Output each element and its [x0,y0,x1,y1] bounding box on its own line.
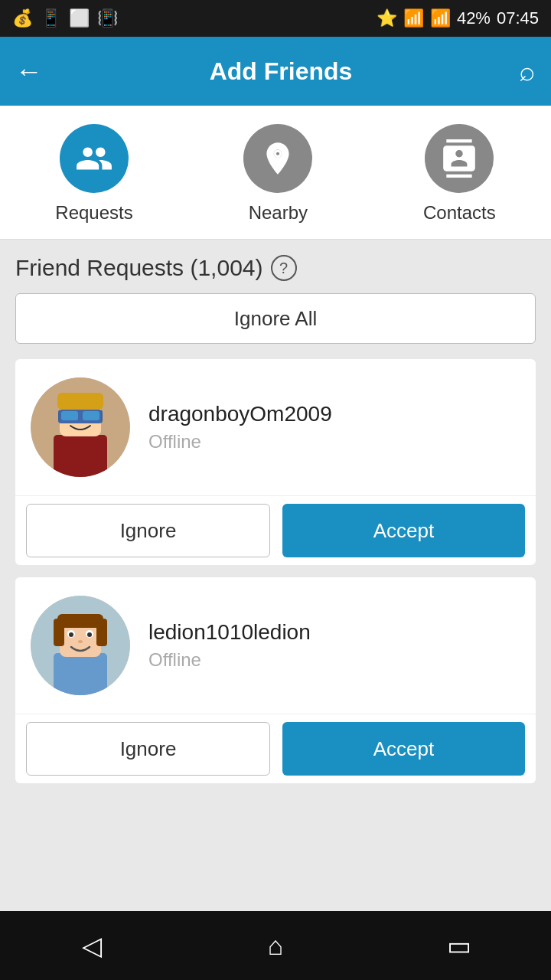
ignore-all-button[interactable]: Ignore All [15,293,536,344]
status-left-icons: 💰 📱 ⬜ 📳 [12,8,118,28]
phone-icon: 📱 [41,8,61,28]
avatar [31,377,130,477]
bottom-nav: ◁ ⌂ ▭ [0,911,551,980]
svg-rect-11 [54,653,107,695]
help-icon[interactable]: ? [271,255,297,281]
sidebar-item-requests[interactable]: Requests [55,124,132,224]
friend-info: ledion1010ledion Offline [148,620,520,671]
app-bar: ← Add Friends ⌕ [0,37,551,106]
svg-rect-6 [57,393,103,410]
accept-button[interactable]: Accept [282,504,525,557]
friend-requests-title: Friend Requests (1,004) [15,255,263,281]
svg-point-18 [69,632,73,637]
svg-rect-9 [83,411,99,420]
people-icon [75,139,113,178]
sidebar-item-contacts[interactable]: Contacts [423,124,496,224]
bag-icon: 💰 [12,8,33,28]
friend-card-top: dragonboyOm2009 Offline [15,359,536,495]
status-bar: 💰 📱 ⬜ 📳 ⭐ 📶 📶 42% 07:45 [0,0,551,37]
back-nav-button[interactable]: ◁ [69,923,115,969]
nearby-icon [259,139,297,178]
bluetooth-icon: ⭐ [377,8,397,28]
contacts-label: Contacts [423,202,496,224]
home-nav-button[interactable]: ⌂ [253,923,298,969]
category-row: Requests Nearby Contacts [0,106,551,240]
accept-button[interactable]: Accept [282,722,525,776]
friend-username: dragonboyOm2009 [148,402,520,426]
friend-card-actions: Ignore Accept [15,714,536,783]
friend-status: Offline [148,431,520,452]
ignore-button[interactable]: Ignore [26,504,270,557]
recent-nav-button[interactable]: ▭ [436,923,482,969]
main-content: Friend Requests (1,004) ? Ignore All [0,240,551,911]
friend-status: Offline [148,649,520,671]
voicemail-icon: 📳 [97,8,118,28]
page-title: Add Friends [210,57,353,86]
requests-icon-circle [60,124,129,193]
contacts-icon-circle [425,124,494,193]
nearby-label: Nearby [249,202,308,224]
wifi-icon: 📶 [403,8,424,28]
svg-rect-14 [54,619,64,646]
battery-text: 42% [457,8,491,28]
friend-card-top: ledion1010ledion Offline [15,577,536,714]
signal-icon: 📶 [430,8,451,28]
sidebar-item-nearby[interactable]: Nearby [243,124,312,224]
svg-point-20 [78,640,83,643]
requests-label: Requests [55,202,132,224]
friend-username: ledion1010ledion [148,620,520,645]
friend-card-actions: Ignore Accept [15,495,536,565]
avatar-image [31,377,130,477]
square-icon: ⬜ [69,8,90,28]
svg-point-19 [87,632,92,637]
avatar-image [31,596,130,695]
nearby-icon-circle [243,124,312,193]
time-text: 07:45 [497,8,539,28]
svg-point-2 [276,152,279,155]
friend-card: dragonboyOm2009 Offline Ignore Accept [15,359,536,565]
status-right-icons: ⭐ 📶 📶 42% 07:45 [377,8,539,28]
section-title: Friend Requests (1,004) ? [15,255,536,281]
avatar [31,596,130,695]
search-button[interactable]: ⌕ [519,55,536,87]
ignore-button[interactable]: Ignore [26,722,270,776]
svg-rect-4 [54,435,107,477]
back-button[interactable]: ← [15,55,43,87]
svg-rect-8 [61,411,78,420]
friend-info: dragonboyOm2009 Offline [148,402,520,452]
svg-rect-15 [96,619,107,646]
contacts-icon [440,139,478,178]
friend-card: ledion1010ledion Offline Ignore Accept [15,577,536,783]
